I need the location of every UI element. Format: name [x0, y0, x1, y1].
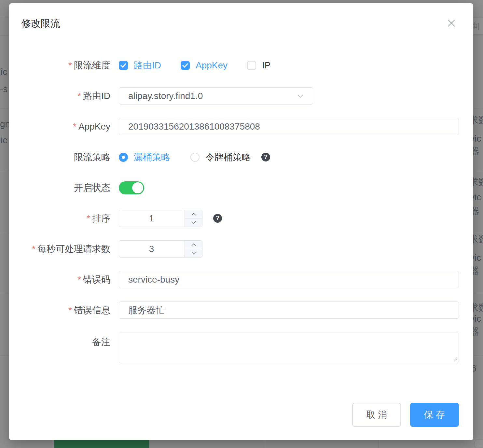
strategy-help-icon[interactable]: ? — [261, 153, 270, 161]
required-mark: * — [32, 244, 35, 254]
enabled-toggle[interactable] — [119, 181, 144, 194]
chevron-down-icon — [191, 221, 196, 224]
checkbox-label-route-id[interactable]: 路由ID — [134, 59, 161, 72]
sort-stepper — [185, 210, 202, 227]
chevron-down-icon — [297, 94, 304, 98]
radio-label-leaky-bucket[interactable]: 漏桶策略 — [134, 151, 170, 163]
dialog-footer: 取 消 保 存 — [352, 403, 459, 427]
radio-option-leaky-bucket[interactable]: 漏桶策略 — [119, 151, 170, 163]
qps-stepper — [185, 241, 202, 257]
strategy-label: 限流策略 — [9, 151, 110, 163]
form-row-appkey: *AppKey — [9, 118, 459, 135]
required-mark: * — [68, 60, 72, 70]
checkbox-option-ip[interactable]: IP — [247, 60, 270, 71]
radio-leaky-bucket[interactable] — [119, 153, 128, 162]
sort-stepper-down-button[interactable] — [185, 218, 202, 227]
chevron-down-icon — [191, 252, 196, 255]
appkey-input[interactable] — [119, 118, 459, 135]
checkbox-label-appkey[interactable]: AppKey — [196, 60, 228, 71]
radio-token-bucket[interactable] — [190, 153, 200, 162]
required-mark: * — [73, 121, 76, 132]
form-row-dimension: *限流维度 路由ID AppKey I — [9, 57, 459, 74]
rate-limit-form: *限流维度 路由ID AppKey I — [9, 57, 459, 376]
required-mark: * — [77, 274, 81, 285]
sort-help-icon[interactable]: ? — [213, 214, 222, 223]
close-button[interactable] — [446, 18, 457, 29]
qps-label: *每秒可处理请求数 — [9, 243, 110, 255]
required-mark: * — [77, 91, 81, 101]
enabled-label: 开启状态 — [9, 182, 110, 194]
qps-number-input — [119, 240, 202, 258]
required-mark: * — [87, 213, 90, 223]
form-row-route-id: *路由ID alipay.story.find1.0 — [9, 87, 459, 105]
form-row-sort: *排序 ? — [9, 210, 459, 227]
cancel-button[interactable]: 取 消 — [352, 403, 401, 427]
form-row-remark: 备注 — [9, 332, 459, 363]
route-id-select-value: alipay.story.find1.0 — [128, 91, 297, 101]
check-icon — [120, 63, 126, 68]
error-message-label: *错误信息 — [9, 304, 110, 316]
checkbox-option-route-id[interactable]: 路由ID — [119, 59, 161, 72]
close-icon — [447, 18, 456, 28]
dimension-label: *限流维度 — [9, 59, 110, 72]
resize-handle-icon[interactable] — [453, 356, 457, 361]
form-row-strategy: 限流策略 漏桶策略 令牌桶策略 ? — [9, 148, 459, 166]
check-icon — [182, 63, 188, 68]
chevron-up-icon — [191, 213, 196, 216]
required-mark: * — [68, 305, 72, 315]
radio-option-token-bucket[interactable]: 令牌桶策略 — [190, 151, 251, 163]
dialog-title: 修改限流 — [21, 17, 60, 30]
radio-label-token-bucket[interactable]: 令牌桶策略 — [205, 151, 251, 163]
qps-stepper-down-button[interactable] — [185, 249, 202, 257]
route-id-select[interactable]: alipay.story.find1.0 — [119, 87, 313, 105]
checkbox-option-appkey[interactable]: AppKey — [181, 60, 228, 71]
edit-rate-limit-dialog: 修改限流 *限流维度 路由ID — [9, 3, 473, 440]
appkey-label: *AppKey — [9, 121, 110, 132]
qps-stepper-up-button[interactable] — [185, 241, 202, 249]
form-row-error-code: *错误码 — [9, 271, 459, 288]
remark-label: 备注 — [9, 336, 110, 348]
error-message-input[interactable] — [119, 301, 459, 319]
chevron-up-icon — [191, 243, 196, 246]
remark-textarea[interactable] — [119, 332, 459, 363]
error-code-input[interactable] — [119, 271, 459, 288]
form-row-error-message: *错误信息 — [9, 301, 459, 319]
remark-textarea-wrap — [119, 332, 459, 363]
save-button[interactable]: 保 存 — [410, 403, 459, 427]
sort-label: *排序 — [9, 212, 110, 225]
error-code-label: *错误码 — [9, 273, 110, 286]
route-id-label: *路由ID — [9, 90, 110, 102]
checkbox-label-ip[interactable]: IP — [262, 60, 270, 71]
checkbox-route-id[interactable] — [119, 61, 128, 70]
sort-stepper-up-button[interactable] — [185, 210, 202, 218]
checkbox-ip[interactable] — [247, 61, 256, 70]
sort-number-input — [119, 210, 202, 227]
form-row-qps: *每秒可处理请求数 — [9, 240, 459, 258]
toggle-knob — [132, 182, 143, 193]
checkbox-appkey[interactable] — [181, 61, 190, 70]
form-row-enabled: 开启状态 — [9, 179, 459, 196]
